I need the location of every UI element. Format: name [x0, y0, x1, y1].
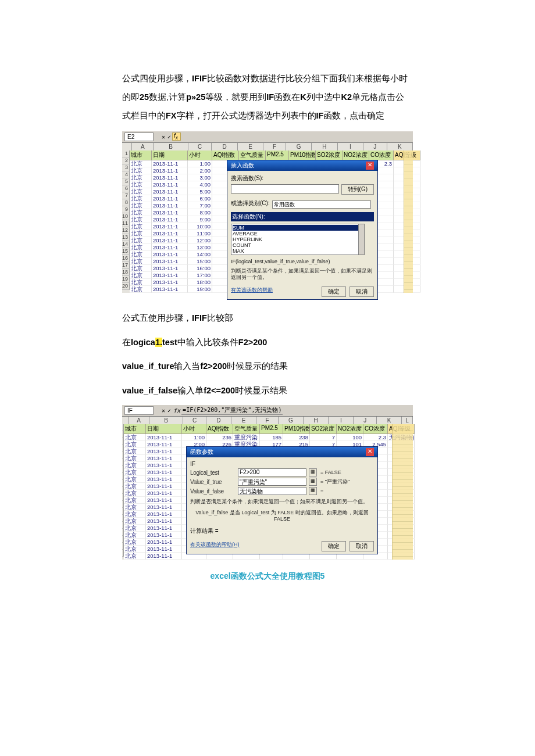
row-numbers: 1234567891011121314151617181920	[122, 151, 130, 293]
paragraph-viftrue: value_if_ture输入当f2>200时候显示的结果	[122, 357, 413, 376]
value-if-false-input[interactable]: 无污染物	[238, 487, 306, 495]
help-link[interactable]: 有关该函数的帮助	[231, 286, 273, 297]
formula-bar[interactable]: =IF(F2>200,"严重污染",无污染物)	[181, 406, 283, 415]
function-name: IF	[190, 461, 374, 467]
dialog-title: 函数参数	[190, 448, 213, 456]
function-listbox[interactable]: SUMAVERAGEHYPERLINKCOUNTMAXSIN	[231, 224, 365, 255]
fx-cancel-icon[interactable]: ✕	[162, 407, 165, 414]
cancel-button[interactable]: 取消	[349, 541, 374, 551]
close-icon[interactable]: ✕	[366, 162, 374, 170]
ok-button[interactable]: 确定	[322, 286, 346, 297]
fx-confirm-icon[interactable]: ✓	[167, 407, 171, 414]
insert-function-dialog: 插入函数 ✕ 搜索函数(S): 转到(G) 或选择类别(C): 常用函数	[227, 160, 378, 300]
logical-test-input[interactable]: F2>200	[238, 468, 306, 476]
fx-cancel-icon[interactable]: ✕	[162, 134, 165, 140]
function-description: 判断是否满足某个条件，如果满足返回一个值，如果不满足则返回另一个值。	[231, 268, 374, 281]
excel-screenshot-1: E2 ✕ ✓ fx A B C D E F G H I J K 12345678…	[122, 131, 413, 293]
search-input[interactable]	[231, 184, 339, 194]
range-picker-icon[interactable]: ▦	[309, 478, 317, 486]
fx-confirm-icon[interactable]: ✓	[167, 134, 171, 140]
ok-button[interactable]: 确定	[322, 541, 346, 551]
paragraph-5: 公式五使用步骤，IFIF比较部	[122, 309, 413, 328]
column-headers: A B C D E F G H I J K L	[122, 416, 413, 424]
paragraph-viffalse: value_if_false输入单f2<=200时候显示结果	[122, 382, 413, 400]
fx-button[interactable]: fx	[172, 132, 181, 141]
close-icon[interactable]: ✕	[366, 448, 374, 456]
name-box[interactable]: IF	[124, 406, 154, 415]
paragraph-4: 公式四使用步骤，IFIF比较函数对数据进行比较分组下面我们来根据每小时的即25数…	[122, 70, 413, 126]
value-if-true-input[interactable]: "严重污染"	[238, 478, 306, 486]
arg-desc1: 判断是否满足某个条件，如果满足返回一个值；如果不满足则返回另一个值。	[190, 499, 374, 505]
arg-desc2: Value_if_false 是当 Logical_test 为 FALSE 时…	[190, 510, 374, 522]
calc-result: 计算结果 =	[190, 527, 374, 535]
category-label: 或选择类别(C):	[231, 199, 270, 207]
function-arguments-dialog: 函数参数 ✕ IF Logical_test F2>200 ▦ = FALSE …	[186, 446, 378, 554]
excel-screenshot-2: IF ✕ ✓ fx =IF(F2>200,"严重污染",无污染物) A B C …	[122, 405, 413, 560]
search-label: 搜索函数(S):	[231, 174, 374, 182]
go-button[interactable]: 转到(G)	[341, 184, 374, 195]
paragraph-logical: 在logica1.test中输入比较条件F2>200	[122, 334, 413, 352]
category-dropdown[interactable]: 常用函数	[272, 200, 371, 209]
dialog-title: 插入函数	[231, 162, 254, 170]
cancel-button[interactable]: 取消	[349, 286, 374, 297]
range-picker-icon[interactable]: ▦	[309, 468, 317, 476]
select-fn-label: 选择函数(N):	[231, 212, 374, 221]
function-signature: IF(logical_test,value_if_true,value_if_f…	[231, 259, 374, 265]
column-headers: A B C D E F G H I J K	[122, 142, 413, 151]
range-picker-icon[interactable]: ▦	[309, 487, 317, 495]
help-link[interactable]: 有关该函数的帮助(H)	[190, 541, 240, 551]
figure-caption: excel函数公式大全使用教程图5	[122, 571, 413, 582]
fx-icon[interactable]: fx	[173, 407, 180, 414]
name-box[interactable]: E2	[124, 132, 154, 141]
